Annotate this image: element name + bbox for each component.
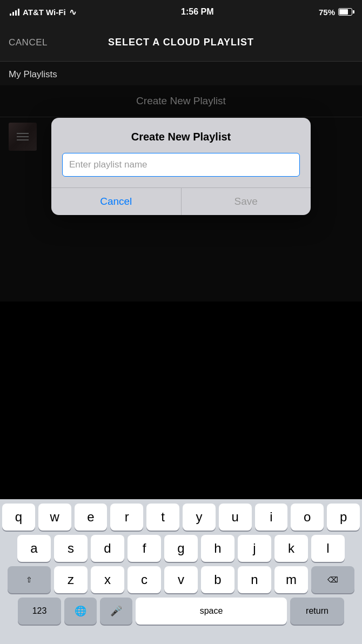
key-j[interactable]: j (238, 535, 271, 562)
key-a[interactable]: a (17, 535, 51, 562)
modal-body: Create New Playlist (51, 118, 311, 187)
globe-key[interactable]: 🌐 (64, 598, 97, 625)
key-g[interactable]: g (164, 535, 198, 562)
modal-save-button[interactable]: Save (182, 188, 311, 215)
numbers-key[interactable]: 123 (18, 598, 61, 625)
key-x[interactable]: x (91, 566, 124, 593)
key-r[interactable]: r (110, 504, 143, 531)
status-time: 1:56 PM (181, 7, 213, 17)
keyboard-row-4: 123 🌐 🎤 space return (2, 598, 360, 625)
key-o[interactable]: o (291, 504, 324, 531)
key-c[interactable]: c (128, 566, 161, 593)
modal-cancel-button[interactable]: Cancel (51, 188, 182, 215)
battery-percent: 75% (319, 8, 335, 17)
key-v[interactable]: v (164, 566, 198, 593)
signal-bars-icon (10, 8, 19, 16)
key-m[interactable]: m (274, 566, 308, 593)
bottom-safe-area (2, 629, 360, 642)
keyboard-row-2: a s d f g h j k l (2, 535, 360, 562)
create-playlist-modal: Create New Playlist Cancel Save (51, 118, 311, 215)
key-u[interactable]: u (219, 504, 252, 531)
key-t[interactable]: t (146, 504, 179, 531)
key-l[interactable]: l (311, 535, 345, 562)
section-header: My Playlists (0, 62, 362, 85)
keyboard-row-1: q w e r t y u i o p (2, 504, 360, 531)
modal-overlay: Create New Playlist Cancel Save (0, 85, 362, 355)
microphone-key[interactable]: 🎤 (100, 598, 132, 625)
status-right: 75% (319, 8, 352, 17)
key-d[interactable]: d (91, 535, 124, 562)
modal-actions: Cancel Save (51, 187, 311, 215)
key-z[interactable]: z (54, 566, 88, 593)
wifi-icon: ∿ (69, 7, 76, 17)
delete-key[interactable]: ⌫ (311, 566, 354, 593)
key-f[interactable]: f (128, 535, 161, 562)
carrier-label: AT&T Wi-Fi (23, 8, 66, 17)
shift-key[interactable]: ⇧ (8, 566, 51, 593)
main-content: My Playlists Create New Playlist Crea (0, 62, 362, 301)
keyboard-row-3: ⇧ z x c v b n m ⌫ (2, 566, 360, 593)
nav-cancel-button[interactable]: CANCEL (9, 37, 48, 48)
keyboard: q w e r t y u i o p a s d f g h j k l ⇧ … (0, 499, 362, 644)
key-y[interactable]: y (183, 504, 216, 531)
key-k[interactable]: k (274, 535, 308, 562)
battery-icon (338, 8, 352, 16)
key-q[interactable]: q (2, 504, 35, 531)
key-p[interactable]: p (327, 504, 360, 531)
key-n[interactable]: n (238, 566, 271, 593)
return-key[interactable]: return (290, 598, 344, 625)
key-e[interactable]: e (75, 504, 108, 531)
key-h[interactable]: h (201, 535, 234, 562)
key-w[interactable]: w (38, 504, 71, 531)
nav-bar: CANCEL SELECT A CLOUD PLAYLIST (0, 24, 362, 62)
space-key[interactable]: space (136, 598, 287, 625)
key-s[interactable]: s (54, 535, 88, 562)
playlist-name-input[interactable] (62, 153, 300, 177)
modal-title: Create New Playlist (62, 131, 300, 143)
key-i[interactable]: i (255, 504, 288, 531)
nav-title: SELECT A CLOUD PLAYLIST (108, 37, 254, 48)
status-bar: AT&T Wi-Fi ∿ 1:56 PM 75% (0, 0, 362, 24)
key-b[interactable]: b (201, 566, 234, 593)
status-left: AT&T Wi-Fi ∿ (10, 7, 76, 17)
playlist-area: Create New Playlist Create New Playlist (0, 85, 362, 301)
